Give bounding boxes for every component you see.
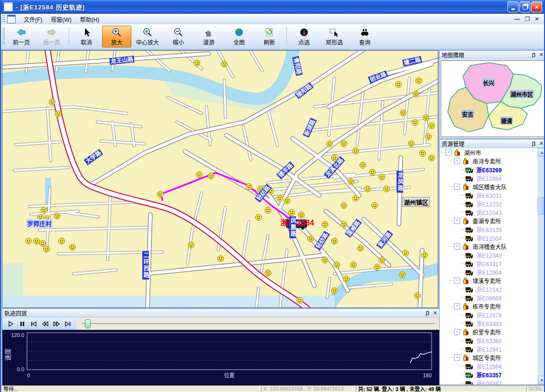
- smiley-marker[interactable]: [425, 134, 432, 140]
- smiley-marker[interactable]: [369, 169, 376, 176]
- smiley-marker[interactable]: [26, 238, 32, 244]
- map-viewport[interactable]: 浙E12584 龙王山路青阳路陵阳路创业路塘二路新湖路大学路德丰路龙溪北路轻纺路…: [2, 50, 438, 308]
- tree-vehicle-7-1[interactable]: 浙E63357: [440, 370, 537, 379]
- tree-collapse-icon[interactable]: −: [454, 278, 460, 284]
- refresh-button[interactable]: 刷新: [255, 26, 284, 47]
- smiley-marker[interactable]: [222, 61, 228, 67]
- smiley-marker[interactable]: [374, 264, 380, 271]
- smiley-marker[interactable]: [423, 115, 429, 121]
- tree-collapse-icon[interactable]: −: [454, 355, 460, 361]
- smiley-marker[interactable]: [384, 186, 390, 192]
- smiley-marker[interactable]: [412, 120, 418, 126]
- menu-item-1[interactable]: 视窗(W): [46, 14, 75, 24]
- smiley-marker[interactable]: [41, 207, 47, 214]
- overview-map[interactable]: 长兴湖州市区安吉德清: [441, 60, 545, 137]
- smiley-marker[interactable]: [379, 174, 385, 180]
- mdi-restore-button[interactable]: ❐: [525, 16, 530, 22]
- smiley-marker[interactable]: [341, 141, 347, 147]
- tree-vehicle-1-0[interactable]: 浙E63031: [440, 191, 537, 199]
- prev-page-button[interactable]: 前一页: [7, 26, 36, 47]
- tree-collapse-icon[interactable]: −: [454, 303, 460, 309]
- tree-root-huzhou[interactable]: − 湖州市: [440, 148, 537, 157]
- smiley-marker[interactable]: [400, 110, 406, 116]
- play-button[interactable]: [5, 319, 17, 328]
- smiley-marker[interactable]: [268, 188, 274, 195]
- smiley-marker[interactable]: [341, 222, 347, 228]
- scroll-down-icon[interactable]: ▼: [538, 376, 545, 384]
- smiley-marker[interactable]: [332, 155, 338, 161]
- restore-button[interactable]: [519, 1, 530, 12]
- playback-slider-thumb[interactable]: [85, 319, 91, 328]
- scrollbar-thumb[interactable]: [538, 197, 545, 215]
- minimize-button[interactable]: [508, 1, 518, 12]
- panel-close-icon[interactable]: ✕: [539, 140, 544, 147]
- smiley-marker[interactable]: [265, 207, 271, 214]
- query-button[interactable]: 查询: [350, 26, 379, 47]
- smiley-marker[interactable]: [416, 78, 422, 84]
- tree-vehicle-7-0[interactable]: 浙E12584: [440, 362, 537, 370]
- panel-close-icon[interactable]: ✕: [433, 310, 437, 316]
- pin-icon[interactable]: 卩: [531, 140, 536, 148]
- tree-group-3[interactable]: − 南浔稽查大队: [440, 242, 537, 251]
- smiley-marker[interactable]: [218, 256, 224, 262]
- smiley-marker[interactable]: [396, 82, 402, 88]
- cancel-button[interactable]: 取消: [72, 26, 101, 47]
- fast-forward-button[interactable]: [51, 319, 62, 328]
- smiley-marker[interactable]: [289, 210, 295, 216]
- tree-vehicle-4-0[interactable]: 浙E12142: [440, 285, 537, 293]
- zoom-out-button[interactable]: 缩小: [164, 26, 193, 47]
- smiley-marker[interactable]: [334, 262, 340, 268]
- smiley-marker[interactable]: [49, 99, 55, 105]
- smiley-marker[interactable]: [265, 270, 271, 276]
- smiley-marker[interactable]: [353, 148, 359, 154]
- smiley-marker[interactable]: [188, 242, 194, 248]
- tree-group-5[interactable]: − 练市专卖所: [440, 302, 537, 310]
- pan-button[interactable]: 漫游: [194, 26, 223, 47]
- tree-vehicle-0-0[interactable]: 浙E63269: [440, 165, 537, 174]
- smiley-marker[interactable]: [34, 238, 40, 244]
- scroll-up-icon[interactable]: ▲: [538, 148, 545, 157]
- smiley-marker[interactable]: [332, 238, 338, 244]
- smiley-marker[interactable]: [284, 198, 290, 204]
- smiley-marker[interactable]: [246, 184, 252, 190]
- pause-button[interactable]: [17, 319, 28, 328]
- smiley-marker[interactable]: [415, 293, 421, 299]
- smiley-marker[interactable]: [358, 245, 364, 252]
- point-select-button[interactable]: i点选: [289, 26, 319, 47]
- smiley-marker[interactable]: [429, 155, 435, 161]
- tree-vehicle-2-0[interactable]: 浙E63135: [440, 225, 537, 233]
- smiley-marker[interactable]: [399, 272, 406, 278]
- tree-group-1[interactable]: − 城区稽查大队: [440, 182, 537, 191]
- smiley-marker[interactable]: [379, 257, 385, 263]
- smiley-marker[interactable]: [37, 215, 44, 221]
- smiley-marker[interactable]: [372, 203, 378, 209]
- smiley-marker[interactable]: [70, 244, 76, 251]
- playback-slider[interactable]: [76, 317, 439, 330]
- tree-collapse-icon[interactable]: −: [454, 243, 460, 250]
- skip-end-button[interactable]: [62, 319, 74, 328]
- tree-vehicle-4-1[interactable]: 浙E08669: [440, 293, 537, 302]
- smiley-marker[interactable]: [422, 252, 428, 259]
- rewind-button[interactable]: [39, 319, 51, 328]
- smiley-marker[interactable]: [353, 222, 359, 228]
- smiley-marker[interactable]: [298, 212, 305, 218]
- tree-vehicle-5-1[interactable]: 浙E63383: [440, 319, 537, 327]
- tree-vehicle-5-0[interactable]: 浙E12874: [440, 310, 537, 319]
- tree-collapse-icon[interactable]: −: [445, 149, 452, 156]
- smiley-marker[interactable]: [157, 191, 164, 197]
- smiley-marker[interactable]: [45, 216, 51, 222]
- tree-group-7[interactable]: − 城区专卖所: [440, 353, 537, 362]
- smiley-marker[interactable]: [351, 262, 357, 268]
- smiley-marker[interactable]: [420, 150, 426, 157]
- tree-vehicle-7-2[interactable]: 浙E09387: [440, 379, 537, 384]
- pin-icon[interactable]: 卩: [425, 309, 430, 317]
- smiley-marker[interactable]: [40, 241, 46, 247]
- smiley-marker[interactable]: [54, 213, 60, 219]
- skip-start-button[interactable]: [28, 319, 39, 328]
- rect-select-button[interactable]: 矩形选: [320, 26, 349, 47]
- tree-vehicle-6-0[interactable]: 浙E63360: [440, 336, 537, 345]
- smiley-marker[interactable]: [277, 196, 283, 202]
- smiley-marker[interactable]: [360, 162, 366, 168]
- smiley-marker[interactable]: [413, 91, 419, 97]
- full-map-button[interactable]: 全图: [224, 26, 254, 47]
